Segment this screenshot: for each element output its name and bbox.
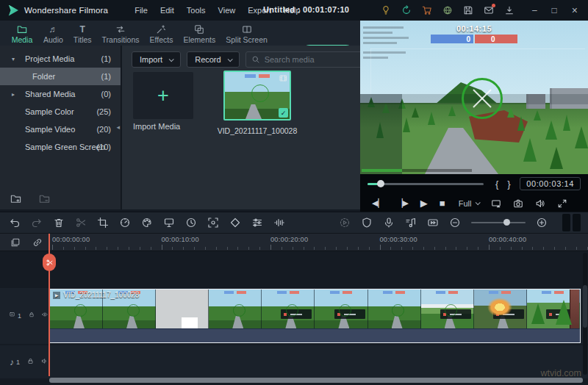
motion-tracking-icon[interactable] (163, 217, 175, 229)
voiceover-mic-icon[interactable] (383, 217, 395, 229)
collapse-triangle-icon[interactable]: ▸ (12, 91, 15, 98)
horizontal-scrollbar[interactable] (49, 378, 583, 383)
seek-bar[interactable] (368, 183, 484, 185)
snapshot-camera-icon[interactable] (513, 198, 523, 209)
quality-selector[interactable]: Full (459, 199, 480, 208)
titles-t-icon: T (80, 24, 85, 35)
duration-clock-icon[interactable] (185, 217, 197, 229)
color-palette-icon[interactable] (141, 217, 153, 229)
next-frame-button[interactable]: ▕▶ (396, 198, 409, 208)
audio-mixer-icon[interactable] (405, 217, 417, 229)
zoom-slider-handle[interactable] (503, 219, 510, 226)
save-icon[interactable] (463, 5, 473, 15)
tab-titles[interactable]: T Titles (74, 21, 92, 44)
zoom-in-icon[interactable] (536, 217, 548, 229)
tab-media[interactable]: Media (11, 21, 33, 48)
sidebar-item-project-media[interactable]: ▾ Project Media (1) (0, 50, 121, 68)
zoom-out-icon[interactable] (449, 217, 461, 229)
search-box[interactable] (245, 51, 375, 68)
timeline-zoom-slider[interactable] (471, 222, 526, 223)
tree-shape (563, 115, 570, 131)
lock-icon[interactable] (27, 358, 34, 367)
play-button[interactable]: ▶ (420, 198, 428, 209)
mark-out-button[interactable]: } (507, 179, 510, 190)
shield-icon[interactable] (361, 217, 373, 229)
previous-frame-button[interactable]: ◀▏ (372, 198, 384, 208)
expand-triangle-icon[interactable]: ▾ (12, 56, 15, 62)
audio-track-header: ♪ 1 (0, 345, 48, 378)
adjustment-sliders-icon[interactable] (251, 217, 263, 229)
transitions-icon (115, 24, 126, 35)
mark-in-button[interactable]: { (495, 179, 498, 190)
tab-split-screen[interactable]: Split Screen (226, 21, 268, 44)
scrollbar-thumb[interactable] (49, 378, 583, 383)
media-clip-thumbnail[interactable]: ✓ (223, 71, 291, 120)
sidebar-item-sample-color[interactable]: Sample Color (25) (0, 103, 121, 120)
sidebar-item-sample-video[interactable]: Sample Video (20) (0, 120, 121, 138)
render-preview-icon[interactable] (339, 217, 351, 229)
store-cart-icon[interactable] (422, 5, 432, 15)
import-media-tile[interactable]: + (133, 72, 193, 119)
sidebar-item-sample-green-screen[interactable]: Sample Green Screen (10) (0, 138, 121, 156)
timeline-panels-icon[interactable] (562, 214, 581, 231)
delete-trash-icon[interactable] (53, 217, 65, 229)
link-chain-icon[interactable] (32, 237, 43, 248)
timeline-video-clip[interactable]: ▶ VID_20211117_100028 (49, 289, 581, 343)
sidebar-item-folder[interactable]: Folder (1) (0, 68, 121, 85)
search-input[interactable] (265, 55, 369, 64)
import-label: Import (140, 55, 162, 64)
seek-handle[interactable] (377, 180, 384, 187)
audio-track-row (0, 345, 588, 378)
audio-notes-icon: ♬ (49, 24, 57, 35)
add-folder-icon[interactable] (10, 193, 21, 204)
tab-transitions[interactable]: Transitions (102, 21, 140, 44)
update-refresh-icon[interactable] (401, 5, 412, 15)
tab-label: Titles (74, 35, 92, 44)
audio-detach-waveform-icon[interactable] (273, 217, 285, 229)
volume-speaker-icon[interactable] (535, 198, 545, 209)
fullscreen-expand-icon[interactable] (557, 198, 567, 209)
import-dropdown-button[interactable]: Import (132, 51, 181, 68)
focus-tracking-icon[interactable] (207, 217, 219, 229)
menu-view[interactable]: View (218, 6, 236, 15)
eye-visibility-icon[interactable] (42, 312, 48, 320)
speed-gauge-icon[interactable] (119, 217, 131, 229)
undo-icon[interactable] (9, 217, 21, 229)
marker-box-icon[interactable] (427, 217, 439, 229)
lock-icon[interactable] (29, 312, 35, 320)
tab-elements[interactable]: Elements (183, 21, 215, 44)
keyframe-diamond-icon[interactable] (229, 217, 241, 229)
panel-collapse-icon[interactable]: ◂ (116, 123, 120, 131)
tab-audio[interactable]: ♬ Audio (43, 21, 63, 44)
scrollbar-thumb[interactable] (583, 285, 587, 328)
tips-lightbulb-icon[interactable] (381, 5, 391, 15)
playhead-handle[interactable] (43, 253, 56, 271)
sidebar-item-count: (0) (101, 90, 111, 98)
redo-icon[interactable] (31, 217, 43, 229)
tab-effects[interactable]: Effects (150, 21, 173, 44)
delete-folder-icon[interactable] (39, 193, 50, 204)
maximize-button[interactable]: □ (552, 6, 557, 15)
menu-file[interactable]: File (135, 6, 148, 15)
minimize-button[interactable]: – (532, 6, 537, 15)
vertical-scrollbar[interactable] (583, 253, 587, 375)
download-icon[interactable] (504, 5, 514, 15)
timeline-ruler[interactable]: 00:00:00:0000:00:10:0000:00:20:0000:00:3… (49, 234, 588, 251)
menu-tools[interactable]: Tools (187, 6, 206, 15)
manage-tracks-icon[interactable] (10, 237, 21, 248)
clip-frame (156, 289, 209, 328)
stop-button[interactable]: ■ (440, 198, 445, 209)
close-button[interactable]: × (572, 5, 578, 15)
dual-display-icon[interactable] (491, 198, 501, 209)
sidebar-item-count: (1) (101, 72, 111, 81)
messages-envelope-icon[interactable] (484, 5, 494, 15)
crop-icon[interactable] (97, 217, 109, 229)
record-dropdown-button[interactable]: Record (187, 51, 239, 68)
split-scissors-icon[interactable] (75, 217, 87, 229)
mute-speaker-icon[interactable] (41, 358, 48, 367)
sidebar-item-shared-media[interactable]: ▸ Shared Media (0) (0, 85, 121, 103)
clip-frame (368, 289, 421, 328)
tree-shape (550, 147, 563, 169)
language-globe-icon[interactable] (442, 5, 453, 15)
menu-edit[interactable]: Edit (160, 6, 174, 15)
